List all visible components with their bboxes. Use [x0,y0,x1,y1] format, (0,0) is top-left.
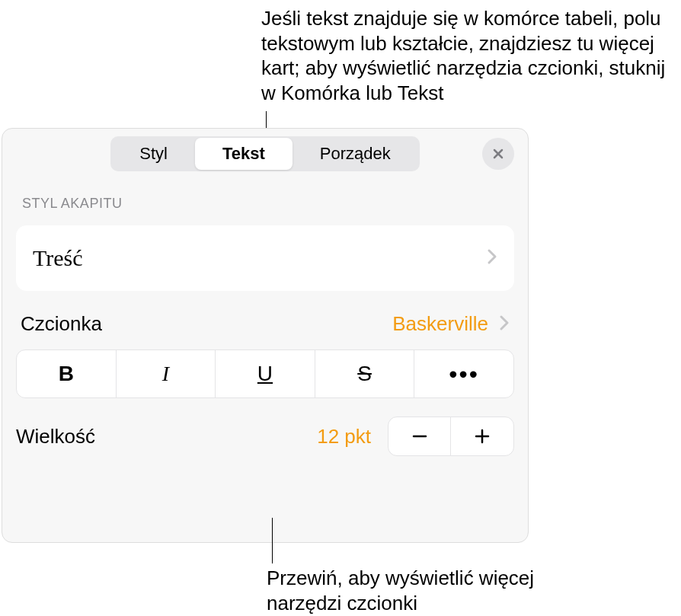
underline-button[interactable]: U [216,350,315,397]
size-row: Wielkość 12 pkt [16,417,514,456]
size-decrease-button[interactable] [388,417,451,455]
plus-icon [473,427,491,445]
bold-button[interactable]: B [17,350,117,397]
callout-line [272,518,273,563]
size-stepper [388,417,514,456]
format-panel: Styl Tekst Porządek STYL AKAPITU Treść C… [2,128,529,543]
italic-button[interactable]: I [117,350,216,397]
paragraph-style-row[interactable]: Treść [16,225,514,291]
strikethrough-button[interactable]: S [315,350,415,397]
chevron-right-icon [499,314,510,334]
font-value: Baskerville [392,312,488,336]
minus-icon [411,427,429,445]
more-options-button[interactable]: ••• [414,350,513,397]
annotation-top: Jeśli tekst znajduje się w komórce tabel… [261,6,680,105]
chevron-right-icon [487,248,497,268]
tab-arrange[interactable]: Porządek [293,138,418,170]
paragraph-style-label: STYL AKAPITU [2,179,528,218]
font-label: Czcionka [21,312,102,336]
annotation-bottom: Przewiń, aby wyświetlić więcej narzędzi … [267,566,571,615]
text-style-button-group: B I U S ••• [16,349,514,398]
panel-header: Styl Tekst Porządek [2,129,528,179]
close-icon [491,146,506,161]
size-label: Wielkość [16,425,95,448]
close-button[interactable] [482,138,514,170]
font-row[interactable]: Czcionka Baskerville [21,312,510,336]
tab-segmented-control: Styl Tekst Porządek [110,136,419,171]
tab-text[interactable]: Tekst [195,138,293,170]
size-value: 12 pkt [317,425,371,448]
paragraph-style-value: Treść [33,245,83,271]
tab-style[interactable]: Styl [112,138,195,170]
size-increase-button[interactable] [451,417,513,455]
